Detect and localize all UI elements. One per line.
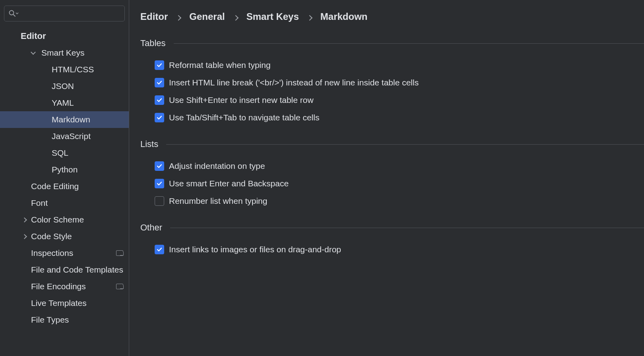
section-title: Other — [140, 222, 162, 233]
check-icon — [156, 79, 163, 86]
chevron-right-icon — [234, 11, 238, 22]
tree-label: JSON — [52, 81, 74, 91]
divider — [166, 144, 644, 145]
breadcrumb-item-editor[interactable]: Editor — [140, 11, 168, 22]
section-lists: Lists Adjust indentation on typeUse smar… — [140, 139, 644, 210]
tree-label: Code Style — [31, 232, 72, 241]
check-icon — [156, 180, 163, 187]
option-tables-3[interactable]: Use Tab/Shift+Tab to navigate table cell… — [140, 109, 644, 126]
checkbox[interactable] — [155, 60, 164, 70]
tree-label: Smart Keys — [41, 48, 85, 58]
checkbox[interactable] — [155, 95, 164, 105]
tree-label: File Encodings — [31, 282, 86, 291]
check-icon — [156, 246, 163, 253]
checkbox[interactable] — [155, 179, 164, 188]
option-label: Adjust indentation on type — [169, 161, 265, 171]
tree-item-editor[interactable]: Editor — [0, 28, 129, 44]
check-icon — [156, 62, 163, 68]
option-label: Reformat table when typing — [169, 60, 271, 70]
settings-content: Editor General Smart Keys Markdown Table… — [129, 0, 644, 356]
tree-item-sql[interactable]: SQL — [0, 145, 129, 161]
tree-item-smart-keys[interactable]: Smart Keys — [0, 44, 129, 61]
option-label: Renumber list when typing — [169, 196, 267, 206]
tree-item-javascript[interactable]: JavaScript — [0, 128, 129, 145]
checkbox[interactable] — [155, 161, 164, 171]
section-tables: Tables Reformat table when typingInsert … — [140, 38, 644, 126]
tree-label: Python — [52, 165, 78, 174]
option-tables-2[interactable]: Use Shift+Enter to insert new table row — [140, 91, 644, 109]
tree-label: Markdown — [52, 115, 90, 124]
option-label: Use Shift+Enter to insert new table row — [169, 95, 314, 105]
option-lists-2[interactable]: Renumber list when typing — [140, 192, 644, 210]
svg-point-0 — [10, 11, 14, 15]
tree-item-file-encodings[interactable]: File Encodings — [0, 278, 129, 295]
tree-item-live-templates[interactable]: Live Templates — [0, 295, 129, 312]
section-other: Other Insert links to images or files on… — [140, 222, 644, 258]
check-icon — [156, 114, 163, 121]
project-scope-icon — [116, 250, 123, 256]
tree-label: YAML — [52, 98, 74, 108]
search-input-wrapper[interactable] — [4, 6, 125, 21]
tree-item-yaml[interactable]: YAML — [0, 95, 129, 111]
tree-label: Code Editing — [31, 182, 79, 191]
divider — [174, 43, 644, 44]
checkbox[interactable] — [155, 196, 164, 206]
tree-label: File Types — [31, 315, 69, 325]
tree-label: Inspections — [31, 248, 73, 258]
tree-item-inspections[interactable]: Inspections — [0, 245, 129, 261]
checkbox[interactable] — [155, 113, 164, 122]
settings-sidebar: Editor Smart Keys HTML/CSSJSONYAMLMarkdo… — [0, 0, 129, 356]
tree-item-font[interactable]: Font — [0, 195, 129, 211]
search-input[interactable] — [21, 10, 120, 18]
tree-item-html-css[interactable]: HTML/CSS — [0, 61, 129, 78]
checkbox[interactable] — [155, 78, 164, 87]
option-label: Insert HTML line break ('<br/>') instead… — [169, 78, 419, 87]
tree-label: Live Templates — [31, 298, 87, 308]
tree-item-color-scheme[interactable]: Color Scheme — [0, 211, 129, 228]
option-other-0[interactable]: Insert links to images or files on drag-… — [140, 241, 644, 258]
search-icon — [8, 10, 16, 17]
option-label: Insert links to images or files on drag-… — [169, 245, 341, 254]
breadcrumb: Editor General Smart Keys Markdown — [140, 11, 644, 22]
tree-label: File and Code Templates — [31, 265, 123, 275]
tree-item-json[interactable]: JSON — [0, 78, 129, 95]
tree-label: JavaScript — [52, 132, 91, 141]
tree-item-file-types[interactable]: File Types — [0, 312, 129, 328]
check-icon — [156, 163, 163, 169]
option-lists-1[interactable]: Use smart Enter and Backspace — [140, 175, 644, 192]
chevron-right-icon — [177, 11, 180, 22]
project-scope-icon — [116, 284, 123, 289]
option-label: Use Tab/Shift+Tab to navigate table cell… — [169, 113, 319, 122]
checkbox[interactable] — [155, 245, 164, 254]
tree-item-markdown[interactable]: Markdown — [0, 111, 129, 128]
dropdown-caret-icon — [16, 12, 19, 15]
chevron-right-icon[interactable] — [21, 217, 27, 222]
tree-label: SQL — [52, 148, 68, 158]
chevron-right-icon — [308, 11, 312, 22]
settings-tree: Editor Smart Keys HTML/CSSJSONYAMLMarkdo… — [0, 25, 129, 356]
tree-item-python[interactable]: Python — [0, 161, 129, 178]
option-tables-1[interactable]: Insert HTML line break ('<br/>') instead… — [140, 74, 644, 91]
breadcrumb-item-smart-keys[interactable]: Smart Keys — [246, 11, 299, 22]
tree-item-code-style[interactable]: Code Style — [0, 228, 129, 245]
breadcrumb-item-general[interactable]: General — [189, 11, 225, 22]
chevron-right-icon[interactable] — [21, 234, 27, 239]
option-label: Use smart Enter and Backspace — [169, 179, 289, 188]
tree-label: Font — [31, 198, 48, 208]
section-title: Tables — [140, 38, 166, 48]
svg-line-1 — [14, 15, 16, 17]
option-lists-0[interactable]: Adjust indentation on type — [140, 157, 644, 175]
tree-item-file-and-code-templates[interactable]: File and Code Templates — [0, 261, 129, 278]
divider — [170, 228, 644, 228]
breadcrumb-item-markdown[interactable]: Markdown — [320, 11, 368, 22]
option-tables-0[interactable]: Reformat table when typing — [140, 56, 644, 74]
check-icon — [156, 97, 163, 103]
tree-label: HTML/CSS — [52, 65, 94, 74]
section-title: Lists — [140, 139, 158, 149]
tree-label: Color Scheme — [31, 215, 84, 224]
tree-label: Editor — [21, 31, 46, 41]
tree-item-code-editing[interactable]: Code Editing — [0, 178, 129, 195]
chevron-down-icon[interactable] — [30, 50, 36, 56]
